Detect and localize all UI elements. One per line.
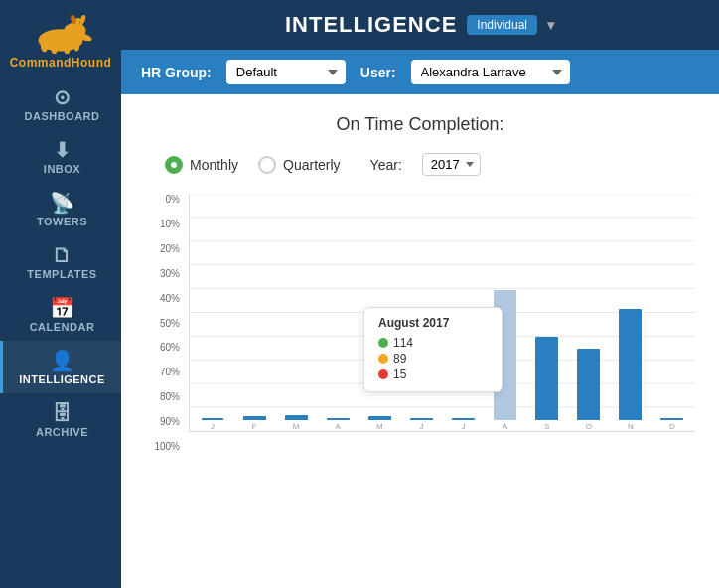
year-label: Year: (370, 157, 402, 173)
green-dot (378, 338, 388, 348)
top-bar: INTELLIGENCE Individual ▾ (121, 0, 719, 50)
page-title: INTELLIGENCE (285, 12, 457, 38)
inbox-icon: ⬇ (54, 140, 72, 160)
user-label: User: (360, 65, 396, 80)
intelligence-icon: 👤 (50, 351, 75, 370)
x-label: N (628, 422, 634, 431)
sidebar-item-intelligence[interactable]: 👤 INTELLIGENCE (0, 341, 121, 393)
sidebar-item-intelligence-label: INTELLIGENCE (19, 373, 105, 385)
red-count: 15 (393, 368, 406, 381)
chart-bar[interactable] (368, 416, 391, 420)
sidebar-item-calendar-label: CALENDAR (30, 321, 95, 333)
monthly-radio[interactable] (165, 156, 183, 174)
sidebar-item-dashboard-label: DASHBOARD (25, 110, 100, 122)
bar-group: A (319, 194, 357, 431)
x-label: M (376, 422, 383, 431)
sidebar-item-calendar[interactable]: 📅 CALENDAR (0, 288, 121, 341)
bar-group: D (653, 194, 691, 431)
content-area: On Time Completion: Monthly Quarterly Ye… (121, 94, 719, 588)
red-dot (378, 369, 388, 379)
x-label: O (586, 422, 592, 431)
topbar-dropdown-arrow[interactable]: ▾ (547, 17, 555, 33)
section-title: On Time Completion: (145, 114, 695, 135)
chart-bar[interactable] (660, 418, 683, 420)
yellow-dot (378, 354, 388, 364)
chart-bar[interactable] (410, 418, 433, 420)
calendar-icon: 📅 (50, 298, 75, 318)
tooltip-green-row: 114 (378, 336, 488, 350)
x-label: D (669, 422, 675, 431)
tooltip-yellow-row: 89 (378, 352, 488, 366)
tooltip-title: August 2017 (378, 316, 488, 330)
chart-bar[interactable] (577, 349, 600, 420)
sidebar-item-archive[interactable]: 🗄 ARCHIVE (0, 393, 121, 446)
x-label: J (419, 422, 423, 431)
sidebar-item-archive-label: ARCHIVE (36, 426, 88, 438)
x-label: M (293, 422, 300, 431)
quarterly-radio[interactable] (258, 156, 276, 174)
user-select[interactable]: Alexandra Larrave (411, 60, 570, 84)
sidebar-item-towers-label: TOWERS (37, 216, 87, 227)
chart-bar[interactable] (452, 418, 475, 420)
x-label: J (462, 422, 466, 431)
x-label: A (336, 422, 341, 431)
logo-icon (29, 10, 92, 54)
chart-container: 100% 90% 80% 70% 60% 50% 40% 30% 20% 10%… (145, 194, 695, 472)
bar-group: O (570, 194, 608, 431)
x-label: A (503, 422, 507, 431)
chart-bar[interactable] (285, 415, 308, 420)
bar-group: F (235, 194, 273, 431)
yellow-count: 89 (393, 352, 406, 366)
templates-icon: 🗋 (52, 245, 72, 265)
monthly-option[interactable]: Monthly (165, 156, 238, 174)
logo-text: CommandHound (10, 56, 112, 70)
logo-area: CommandHound (0, 0, 121, 77)
y-axis: 100% 90% 80% 70% 60% 50% 40% 30% 20% 10%… (145, 194, 185, 452)
chart-bar[interactable] (619, 309, 642, 420)
main-panel: INTELLIGENCE Individual ▾ HR Group: Defa… (121, 0, 719, 588)
x-label: F (252, 422, 257, 431)
chart-bar[interactable] (202, 418, 224, 420)
chart-bar[interactable] (243, 416, 266, 420)
monthly-label: Monthly (190, 157, 238, 173)
sidebar-item-inbox[interactable]: ⬇ INBOX (0, 130, 121, 183)
hr-group-label: HR Group: (141, 65, 212, 80)
archive-icon: 🗄 (52, 403, 72, 423)
quarterly-option[interactable]: Quarterly (258, 156, 341, 174)
sidebar-item-templates[interactable]: 🗋 TEMPLATES (0, 235, 121, 288)
quarterly-label: Quarterly (283, 157, 341, 173)
x-label: S (544, 422, 549, 431)
green-count: 114 (393, 336, 413, 350)
sidebar-item-templates-label: TEMPLATES (27, 268, 96, 280)
sidebar-item-towers[interactable]: 📡 TOWERS (0, 183, 121, 235)
sidebar: CommandHound ⊙ DASHBOARD ⬇ INBOX 📡 TOWER… (0, 0, 121, 588)
individual-badge: Individual (467, 15, 537, 35)
chart-bar[interactable] (535, 337, 558, 420)
sidebar-item-dashboard[interactable]: ⊙ DASHBOARD (0, 77, 121, 130)
dashboard-icon: ⊙ (54, 87, 72, 107)
x-label: J (211, 422, 215, 431)
bar-group: S (528, 194, 566, 431)
chart-bar[interactable] (327, 418, 350, 420)
bar-group: M (277, 194, 315, 431)
tooltip-red-row: 15 (378, 368, 488, 381)
chart-tooltip: August 2017 114 89 15 (363, 307, 503, 392)
hr-group-select[interactable]: Default (226, 60, 346, 84)
year-select[interactable]: 2017 (422, 153, 481, 176)
sidebar-item-inbox-label: INBOX (44, 163, 80, 175)
bar-group: N (612, 194, 649, 431)
towers-icon: 📡 (50, 193, 75, 213)
filter-bar: HR Group: Default User: Alexandra Larrav… (121, 50, 719, 94)
radio-row: Monthly Quarterly Year: 2017 (145, 153, 695, 176)
bar-group: J (194, 194, 231, 431)
